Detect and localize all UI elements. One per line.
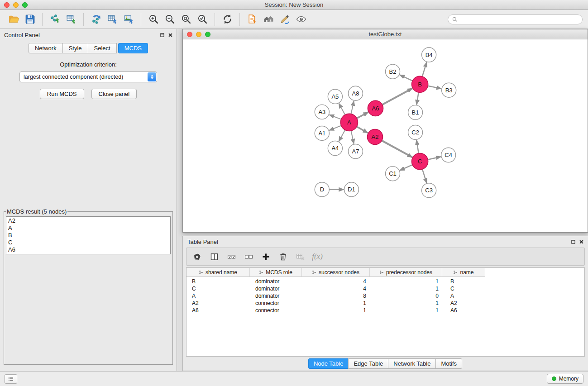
edge-C-C1[interactable] (400, 165, 412, 171)
table-row[interactable]: Cdominator41C (186, 285, 584, 292)
column-header-predecessor-nodes[interactable]: predecessor nodes (370, 268, 442, 277)
node-D1[interactable]: D1 (344, 182, 359, 197)
minimize-window-button[interactable] (13, 2, 19, 8)
add-button[interactable] (260, 250, 272, 263)
edge-B-B2[interactable] (400, 75, 412, 81)
close-window-button[interactable] (4, 2, 10, 8)
tab-style[interactable]: Style (62, 43, 88, 53)
zoom-in-button[interactable] (145, 12, 162, 27)
eye-button[interactable] (293, 12, 309, 27)
edge-C-C2[interactable] (416, 140, 419, 153)
node-C3[interactable]: C3 (422, 183, 436, 198)
delete-button[interactable] (277, 250, 289, 263)
edge-A-A2[interactable] (357, 127, 368, 133)
edge-A-A3[interactable] (329, 114, 341, 119)
edge-B-B4[interactable] (422, 62, 427, 76)
close-panel-icon[interactable] (168, 33, 172, 37)
node-A1[interactable]: A1 (315, 126, 329, 140)
edge-A-A6[interactable] (357, 112, 368, 119)
network-canvas[interactable]: B4B2BB3A5A8A6B1A3AC2A1A2A4A7C4CC1C3DD1 (183, 39, 588, 232)
edge-A2-C[interactable] (382, 141, 412, 157)
optimization-criterion-select[interactable]: largest connected component (directed) (19, 71, 157, 82)
zoom-out-button[interactable] (162, 12, 178, 27)
node-C1[interactable]: C1 (386, 167, 400, 181)
run-mcds-button[interactable]: Run MCDS (40, 89, 84, 99)
node-C2[interactable]: C2 (408, 125, 423, 139)
network-zoom-button[interactable] (205, 32, 210, 37)
close-panel-button[interactable]: Close panel (91, 89, 137, 99)
column-header-name[interactable]: name (442, 268, 485, 277)
export-table-button[interactable] (104, 12, 120, 27)
edge-A-A5[interactable] (339, 103, 345, 114)
column-header-successor-nodes[interactable]: successor nodes (302, 268, 370, 277)
zoom-window-button[interactable] (22, 2, 28, 8)
float-panel-icon[interactable] (160, 33, 164, 37)
search-box[interactable] (448, 14, 583, 24)
node-B4[interactable]: B4 (422, 48, 436, 62)
node-B3[interactable]: B3 (442, 83, 456, 97)
panel-list-button[interactable] (5, 374, 17, 384)
edge-B-B1[interactable] (416, 92, 418, 105)
settings-button[interactable] (191, 250, 203, 263)
edge-C-C3[interactable] (422, 169, 427, 183)
close-table-panel-icon[interactable] (579, 240, 583, 244)
edge-A-A1[interactable] (329, 126, 341, 131)
node-B[interactable]: B (412, 76, 428, 92)
column-header-mcds-role[interactable]: MCDS role (250, 268, 302, 277)
zoom-fit-button[interactable] (178, 12, 194, 27)
edge-A-A8[interactable] (351, 101, 354, 114)
node-C[interactable]: C (412, 153, 428, 170)
network-minimize-button[interactable] (196, 32, 201, 37)
column-header-shared-name[interactable]: shared name (186, 268, 250, 277)
node-A3[interactable]: A3 (315, 105, 329, 119)
zoom-selected-button[interactable] (194, 12, 210, 27)
node-D[interactable]: D (315, 182, 329, 197)
function-builder-button[interactable]: f(x) (311, 250, 323, 263)
edge-A-A7[interactable] (351, 131, 354, 144)
delete-table-button[interactable] (294, 250, 306, 263)
edge-A-A4[interactable] (339, 130, 345, 141)
node-B1[interactable]: B1 (408, 105, 423, 119)
node-C4[interactable]: C4 (441, 148, 456, 162)
table-row[interactable]: A2connector11A2 (186, 300, 584, 307)
clipboard-button[interactable] (244, 12, 260, 27)
open-file-button[interactable] (5, 12, 22, 27)
style-brush-button[interactable] (277, 12, 293, 27)
deselect-all-button[interactable] (243, 250, 254, 263)
memory-button[interactable]: Memory (547, 374, 583, 384)
node-A2[interactable]: A2 (367, 129, 382, 144)
export-image-button[interactable] (120, 12, 137, 27)
save-session-button[interactable] (22, 12, 38, 27)
import-network-button[interactable] (47, 12, 63, 27)
network-close-button[interactable] (187, 32, 192, 37)
select-all-button[interactable] (225, 250, 237, 263)
apply-layout-button[interactable] (219, 12, 235, 27)
node-A8[interactable]: A8 (348, 86, 363, 100)
home-button[interactable] (260, 12, 277, 27)
table-row[interactable]: A6connector11A6 (186, 307, 584, 314)
node-A7[interactable]: A7 (348, 144, 363, 159)
result-item[interactable]: C (8, 239, 168, 246)
edge-B-B3[interactable] (428, 86, 441, 89)
float-table-panel-icon[interactable] (571, 240, 575, 244)
column-visibility-button[interactable] (208, 250, 220, 263)
tab-select[interactable]: Select (88, 43, 117, 53)
table-row[interactable]: Bdominator41B (186, 278, 584, 285)
node-A4[interactable]: A4 (328, 141, 342, 156)
result-item[interactable]: A2 (8, 217, 168, 224)
node-A6[interactable]: A6 (368, 100, 383, 116)
tab-motifs[interactable]: Motifs (435, 358, 462, 369)
edge-C-C4[interactable] (428, 157, 441, 159)
tab-network[interactable]: Network (29, 43, 63, 53)
result-item[interactable]: A (8, 224, 168, 232)
new-network-button[interactable] (88, 12, 104, 27)
mcds-result-list[interactable]: A2ABCA6 (6, 216, 171, 254)
import-table-button[interactable] (63, 12, 79, 27)
tab-network-table[interactable]: Network Table (388, 358, 436, 369)
result-item[interactable]: B (8, 232, 168, 239)
node-A5[interactable]: A5 (328, 89, 342, 104)
table-row[interactable]: Adominator80A (186, 292, 584, 300)
tab-mcds[interactable]: MCDS (118, 43, 148, 53)
search-input[interactable] (460, 16, 578, 23)
tab-edge-table[interactable]: Edge Table (348, 358, 388, 369)
